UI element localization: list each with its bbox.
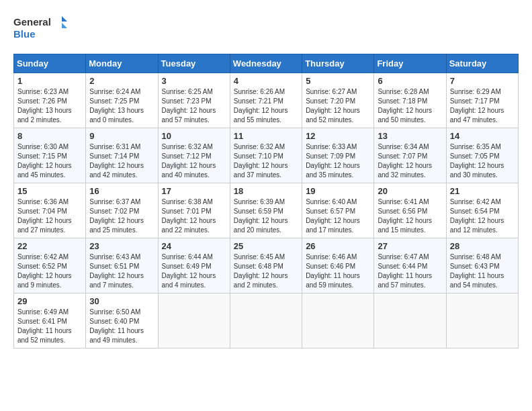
calendar-day-cell: 3Sunrise: 6:25 AM Sunset: 7:23 PM Daylig…: [158, 73, 230, 128]
day-number: 1: [17, 76, 82, 86]
calendar-day-cell: 4Sunrise: 6:26 AM Sunset: 7:21 PM Daylig…: [230, 73, 302, 128]
day-number: 22: [17, 241, 82, 251]
day-info: Sunrise: 6:26 AM Sunset: 7:21 PM Dayligh…: [234, 87, 298, 125]
calendar-day-cell: [446, 293, 518, 349]
day-number: 17: [162, 186, 226, 196]
calendar-day-cell: 28Sunrise: 6:48 AM Sunset: 6:43 PM Dayli…: [446, 238, 518, 293]
day-info: Sunrise: 6:42 AM Sunset: 6:52 PM Dayligh…: [17, 253, 82, 290]
day-info: Sunrise: 6:30 AM Sunset: 7:15 PM Dayligh…: [17, 142, 82, 180]
day-info: Sunrise: 6:45 AM Sunset: 6:48 PM Dayligh…: [234, 253, 298, 290]
day-number: 10: [162, 131, 226, 141]
svg-text:Blue: Blue: [13, 28, 36, 40]
weekday-header: Monday: [86, 54, 158, 73]
day-number: 23: [89, 241, 154, 251]
day-number: 2: [89, 76, 154, 86]
calendar-day-cell: 11Sunrise: 6:32 AM Sunset: 7:10 PM Dayli…: [230, 128, 302, 183]
weekday-header: Friday: [374, 54, 446, 73]
calendar-week-row: 1Sunrise: 6:23 AM Sunset: 7:26 PM Daylig…: [14, 73, 519, 128]
calendar-day-cell: 5Sunrise: 6:27 AM Sunset: 7:20 PM Daylig…: [302, 73, 374, 128]
calendar-day-cell: 2Sunrise: 6:24 AM Sunset: 7:25 PM Daylig…: [86, 73, 158, 128]
calendar-table: SundayMondayTuesdayWednesdayThursdayFrid…: [13, 54, 519, 349]
weekday-header: Wednesday: [230, 54, 302, 73]
day-number: 13: [378, 131, 442, 141]
day-number: 20: [378, 186, 442, 196]
calendar-day-cell: [158, 293, 230, 349]
day-number: 12: [306, 131, 370, 141]
day-number: 21: [450, 186, 515, 196]
calendar-day-cell: 16Sunrise: 6:37 AM Sunset: 7:02 PM Dayli…: [86, 183, 158, 238]
day-info: Sunrise: 6:25 AM Sunset: 7:23 PM Dayligh…: [162, 87, 226, 125]
calendar-day-cell: 22Sunrise: 6:42 AM Sunset: 6:52 PM Dayli…: [14, 238, 86, 293]
day-number: 3: [162, 76, 226, 86]
weekday-header: Thursday: [302, 54, 374, 73]
calendar-day-cell: [230, 293, 302, 349]
day-number: 16: [89, 186, 154, 196]
day-info: Sunrise: 6:40 AM Sunset: 6:57 PM Dayligh…: [306, 197, 370, 235]
day-number: 26: [306, 241, 370, 251]
day-number: 29: [17, 296, 82, 306]
day-number: 28: [450, 241, 515, 251]
day-number: 14: [450, 131, 515, 141]
day-info: Sunrise: 6:38 AM Sunset: 7:01 PM Dayligh…: [162, 197, 226, 235]
calendar-day-cell: 20Sunrise: 6:41 AM Sunset: 6:56 PM Dayli…: [374, 183, 446, 238]
day-number: 5: [306, 76, 370, 86]
calendar-day-cell: 1Sunrise: 6:23 AM Sunset: 7:26 PM Daylig…: [14, 73, 86, 128]
day-number: 4: [234, 76, 298, 86]
calendar-day-cell: 25Sunrise: 6:45 AM Sunset: 6:48 PM Dayli…: [230, 238, 302, 293]
calendar-day-cell: 13Sunrise: 6:34 AM Sunset: 7:07 PM Dayli…: [374, 128, 446, 183]
day-info: Sunrise: 6:42 AM Sunset: 6:54 PM Dayligh…: [450, 197, 515, 235]
day-number: 30: [89, 296, 154, 306]
day-number: 6: [378, 76, 442, 86]
day-number: 18: [234, 186, 298, 196]
weekday-header: Sunday: [14, 54, 86, 73]
day-number: 9: [89, 131, 154, 141]
day-number: 7: [450, 76, 515, 86]
logo-svg: General Blue: [13, 13, 67, 43]
day-number: 27: [378, 241, 442, 251]
calendar-week-row: 8Sunrise: 6:30 AM Sunset: 7:15 PM Daylig…: [14, 128, 519, 183]
calendar-day-cell: 21Sunrise: 6:42 AM Sunset: 6:54 PM Dayli…: [446, 183, 518, 238]
day-info: Sunrise: 6:23 AM Sunset: 7:26 PM Dayligh…: [17, 87, 82, 125]
calendar-day-cell: 12Sunrise: 6:33 AM Sunset: 7:09 PM Dayli…: [302, 128, 374, 183]
day-number: 25: [234, 241, 298, 251]
calendar-day-cell: 23Sunrise: 6:43 AM Sunset: 6:51 PM Dayli…: [86, 238, 158, 293]
day-info: Sunrise: 6:46 AM Sunset: 6:46 PM Dayligh…: [306, 253, 370, 290]
day-info: Sunrise: 6:43 AM Sunset: 6:51 PM Dayligh…: [89, 253, 154, 290]
day-info: Sunrise: 6:32 AM Sunset: 7:12 PM Dayligh…: [162, 142, 226, 180]
day-info: Sunrise: 6:50 AM Sunset: 6:40 PM Dayligh…: [89, 308, 154, 345]
calendar-day-cell: 17Sunrise: 6:38 AM Sunset: 7:01 PM Dayli…: [158, 183, 230, 238]
day-info: Sunrise: 6:31 AM Sunset: 7:14 PM Dayligh…: [89, 142, 154, 180]
calendar-day-cell: 27Sunrise: 6:47 AM Sunset: 6:44 PM Dayli…: [374, 238, 446, 293]
logo: General Blue: [13, 13, 67, 43]
day-info: Sunrise: 6:34 AM Sunset: 7:07 PM Dayligh…: [378, 142, 442, 180]
calendar-day-cell: 30Sunrise: 6:50 AM Sunset: 6:40 PM Dayli…: [86, 293, 158, 349]
calendar-day-cell: 26Sunrise: 6:46 AM Sunset: 6:46 PM Dayli…: [302, 238, 374, 293]
calendar-day-cell: [374, 293, 446, 349]
day-info: Sunrise: 6:27 AM Sunset: 7:20 PM Dayligh…: [306, 87, 370, 125]
calendar-day-cell: 24Sunrise: 6:44 AM Sunset: 6:49 PM Dayli…: [158, 238, 230, 293]
calendar-day-cell: 10Sunrise: 6:32 AM Sunset: 7:12 PM Dayli…: [158, 128, 230, 183]
day-info: Sunrise: 6:36 AM Sunset: 7:04 PM Dayligh…: [17, 197, 82, 235]
day-info: Sunrise: 6:47 AM Sunset: 6:44 PM Dayligh…: [378, 253, 442, 290]
day-info: Sunrise: 6:33 AM Sunset: 7:09 PM Dayligh…: [306, 142, 370, 180]
svg-text:General: General: [13, 16, 51, 28]
page-header: General Blue: [13, 13, 519, 43]
calendar-day-cell: 29Sunrise: 6:49 AM Sunset: 6:41 PM Dayli…: [14, 293, 86, 349]
calendar-header: SundayMondayTuesdayWednesdayThursdayFrid…: [14, 54, 519, 73]
calendar-day-cell: 14Sunrise: 6:35 AM Sunset: 7:05 PM Dayli…: [446, 128, 518, 183]
day-number: 24: [162, 241, 226, 251]
day-info: Sunrise: 6:37 AM Sunset: 7:02 PM Dayligh…: [89, 197, 154, 235]
calendar-day-cell: 18Sunrise: 6:39 AM Sunset: 6:59 PM Dayli…: [230, 183, 302, 238]
calendar-day-cell: 8Sunrise: 6:30 AM Sunset: 7:15 PM Daylig…: [14, 128, 86, 183]
day-info: Sunrise: 6:39 AM Sunset: 6:59 PM Dayligh…: [234, 197, 298, 235]
day-info: Sunrise: 6:41 AM Sunset: 6:56 PM Dayligh…: [378, 197, 442, 235]
day-info: Sunrise: 6:49 AM Sunset: 6:41 PM Dayligh…: [17, 308, 82, 345]
day-number: 15: [17, 186, 82, 196]
svg-marker-2: [62, 16, 67, 21]
svg-marker-3: [62, 23, 67, 28]
day-number: 11: [234, 131, 298, 141]
day-info: Sunrise: 6:29 AM Sunset: 7:17 PM Dayligh…: [450, 87, 515, 125]
weekday-header: Saturday: [446, 54, 518, 73]
day-info: Sunrise: 6:24 AM Sunset: 7:25 PM Dayligh…: [89, 87, 154, 125]
day-number: 8: [17, 131, 82, 141]
